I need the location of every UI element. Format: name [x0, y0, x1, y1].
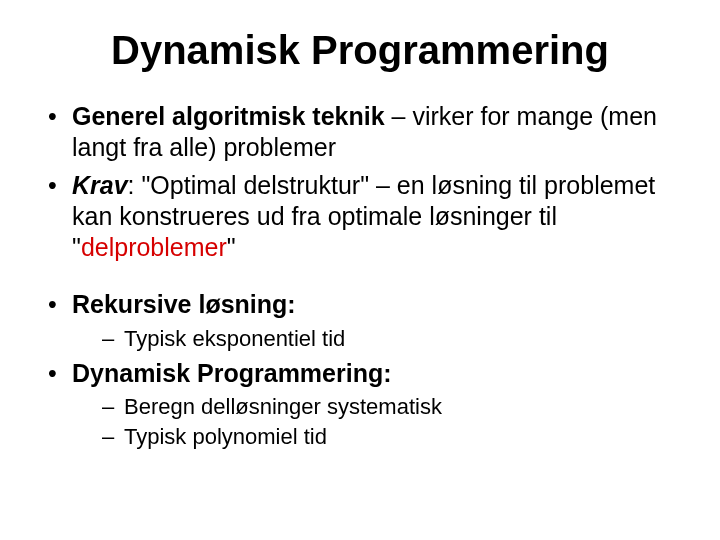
- spacer: [40, 269, 680, 289]
- slide: Dynamisk Programmering Generel algoritmi…: [0, 0, 720, 540]
- bullet2-red: delproblemer: [81, 233, 227, 261]
- bullet1-bold: Generel algoritmisk teknik: [72, 102, 385, 130]
- sub-item-3-1: Typisk eksponentiel tid: [102, 325, 680, 353]
- sub-list-4: Beregn delløsninger systematisk Typisk p…: [102, 393, 680, 450]
- bullet-item-3: Rekursive løsning: Typisk eksponentiel t…: [44, 289, 680, 352]
- sub-item-4-2: Typisk polynomiel tid: [102, 423, 680, 451]
- sub-list-3: Typisk eksponentiel tid: [102, 325, 680, 353]
- bullet-list: Generel algoritmisk teknik – virker for …: [44, 101, 680, 263]
- bullet4-heading: Dynamisk Programmering:: [72, 359, 392, 387]
- bullet-item-4: Dynamisk Programmering: Beregn delløsnin…: [44, 358, 680, 450]
- bullet2-after: ": [227, 233, 236, 261]
- bullet2-label: Krav: [72, 171, 128, 199]
- bullet3-heading: Rekursive løsning:: [72, 290, 296, 318]
- bullet-item-1: Generel algoritmisk teknik – virker for …: [44, 101, 680, 164]
- bullet-list-2: Rekursive løsning: Typisk eksponentiel t…: [44, 289, 680, 450]
- slide-title: Dynamisk Programmering: [40, 28, 680, 73]
- sub-item-4-1: Beregn delløsninger systematisk: [102, 393, 680, 421]
- bullet-item-2: Krav: "Optimal delstruktur" – en løsning…: [44, 170, 680, 264]
